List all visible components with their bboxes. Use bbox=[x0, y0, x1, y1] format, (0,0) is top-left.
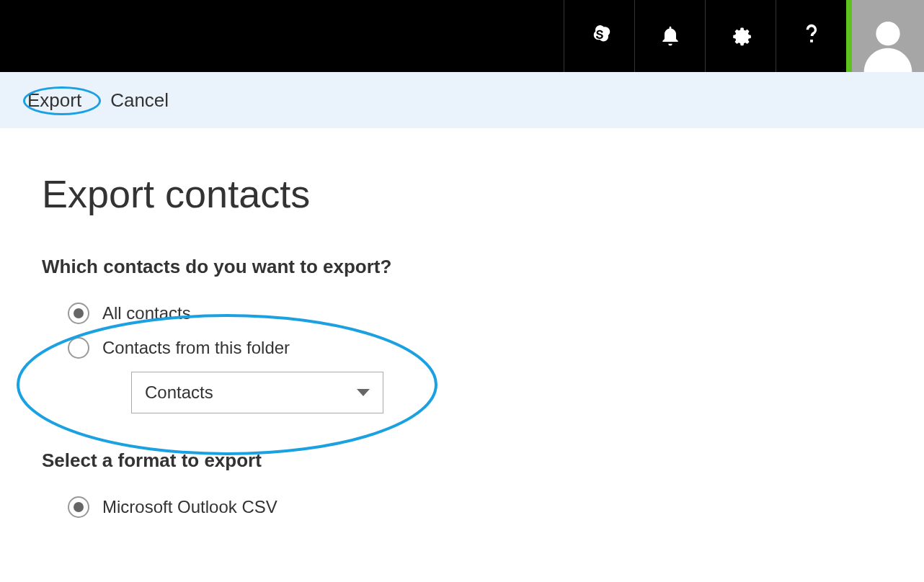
accent-bar bbox=[846, 0, 852, 72]
radio-folder-contacts[interactable] bbox=[68, 337, 89, 359]
notifications-icon[interactable] bbox=[634, 0, 705, 72]
radio-folder-contacts-label: Contacts from this folder bbox=[102, 338, 290, 358]
section-format-label: Select a format to export bbox=[42, 449, 924, 472]
avatar[interactable] bbox=[852, 0, 924, 72]
content-area: Export contacts Which contacts do you wa… bbox=[0, 128, 924, 518]
top-bar bbox=[0, 0, 924, 72]
radio-all-contacts[interactable] bbox=[68, 303, 89, 324]
folder-select[interactable]: Contacts bbox=[131, 372, 383, 413]
command-bar: Export Cancel bbox=[0, 72, 924, 128]
svg-point-0 bbox=[876, 22, 899, 45]
export-button[interactable]: Export bbox=[27, 89, 81, 112]
radio-row-all-contacts: All contacts bbox=[68, 303, 924, 324]
chevron-down-icon bbox=[357, 389, 370, 396]
settings-icon[interactable] bbox=[705, 0, 776, 72]
radio-all-contacts-label: All contacts bbox=[102, 303, 191, 323]
folder-select-value: Contacts bbox=[145, 382, 213, 403]
page-title: Export contacts bbox=[42, 171, 924, 216]
section-which-contacts-label: Which contacts do you want to export? bbox=[42, 256, 924, 278]
radio-row-folder-contacts: Contacts from this folder bbox=[68, 337, 924, 359]
radio-row-csv: Microsoft Outlook CSV bbox=[68, 496, 924, 518]
radio-outlook-csv[interactable] bbox=[68, 496, 89, 518]
radio-outlook-csv-label: Microsoft Outlook CSV bbox=[102, 497, 277, 517]
cancel-button[interactable]: Cancel bbox=[110, 89, 169, 112]
skype-icon[interactable] bbox=[564, 0, 634, 72]
contacts-radio-group: All contacts Contacts from this folder C… bbox=[42, 303, 924, 413]
format-radio-group: Microsoft Outlook CSV bbox=[42, 496, 924, 518]
help-icon[interactable] bbox=[776, 0, 846, 72]
